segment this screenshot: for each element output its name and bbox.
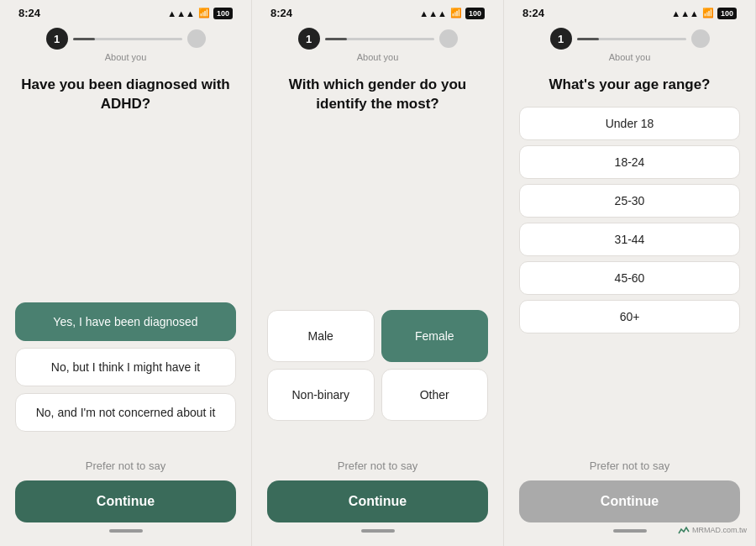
age-under18[interactable]: Under 18 bbox=[519, 107, 740, 140]
progress-label-3: About you bbox=[609, 52, 651, 62]
status-icons-3: ▲▲▲ 📶 100 bbox=[671, 8, 737, 19]
mrmad-logo-icon bbox=[678, 526, 690, 534]
age-25-30[interactable]: 25-30 bbox=[519, 184, 740, 218]
watermark: MRMAD.com.tw bbox=[678, 526, 747, 534]
spacer-1 bbox=[15, 123, 236, 288]
question-2: With which gender do you identify the mo… bbox=[267, 76, 488, 114]
progress-area-2: 1 About you bbox=[267, 23, 488, 66]
progress-track-1 bbox=[73, 38, 182, 40]
status-bar-3: 8:24 ▲▲▲ 📶 100 bbox=[519, 0, 740, 23]
continue-btn-3: Continue bbox=[519, 480, 740, 522]
question-1: Have you been diagnosed with ADHD? bbox=[15, 76, 236, 114]
progress-row-2: 1 bbox=[267, 28, 488, 50]
home-indicator-3 bbox=[613, 529, 647, 533]
signal-icon-2: ▲▲▲ bbox=[419, 8, 447, 18]
gender-male[interactable]: Male bbox=[267, 310, 375, 362]
signal-icon-3: ▲▲▲ bbox=[671, 8, 699, 18]
wifi-icon-3: 📶 bbox=[702, 8, 714, 18]
wifi-icon-1: 📶 bbox=[198, 8, 210, 18]
spacer-2 bbox=[267, 123, 488, 285]
continue-btn-1[interactable]: Continue bbox=[15, 480, 236, 522]
status-time-1: 8:24 bbox=[18, 7, 40, 19]
options-area-1: Yes, I have been diagnosed No, but I thi… bbox=[15, 287, 236, 453]
progress-row-1: 1 bbox=[15, 28, 236, 50]
gender-grid: Male Female Non-binary Other bbox=[267, 284, 488, 446]
progress-fill-3 bbox=[577, 38, 599, 40]
progress-area-3: 1 About you bbox=[519, 23, 740, 66]
screen-age: 8:24 ▲▲▲ 📶 100 1 About you What's your a… bbox=[504, 0, 756, 546]
age-60plus[interactable]: 60+ bbox=[519, 300, 740, 333]
home-indicator-1 bbox=[109, 529, 143, 533]
option-not-concerned[interactable]: No, and I'm not concerned about it bbox=[15, 393, 236, 432]
step-circle-end-2 bbox=[439, 29, 458, 48]
progress-row-3: 1 bbox=[519, 28, 740, 50]
question-3: What's your age range? bbox=[519, 76, 740, 95]
step-circle-1: 1 bbox=[46, 28, 68, 50]
continue-btn-2[interactable]: Continue bbox=[267, 480, 488, 522]
progress-fill-1 bbox=[73, 38, 95, 40]
status-icons-2: ▲▲▲ 📶 100 bbox=[419, 8, 485, 19]
option-diagnosed[interactable]: Yes, I have been diagnosed bbox=[15, 302, 236, 341]
screen-gender: 8:24 ▲▲▲ 📶 100 1 About you With which ge… bbox=[252, 0, 504, 546]
age-31-44[interactable]: 31-44 bbox=[519, 223, 740, 256]
status-time-2: 8:24 bbox=[270, 7, 292, 19]
status-time-3: 8:24 bbox=[522, 7, 544, 19]
age-options: Under 18 18-24 25-30 31-44 45-60 60+ bbox=[519, 107, 740, 453]
progress-label-1: About you bbox=[105, 52, 147, 62]
step-circle-2: 1 bbox=[298, 28, 320, 50]
status-bar-2: 8:24 ▲▲▲ 📶 100 bbox=[267, 0, 488, 23]
step-circle-end-1 bbox=[187, 29, 206, 48]
gender-female[interactable]: Female bbox=[381, 310, 489, 362]
age-18-24[interactable]: 18-24 bbox=[519, 145, 740, 179]
progress-label-2: About you bbox=[357, 52, 399, 62]
progress-track-2 bbox=[325, 38, 434, 40]
wifi-icon-2: 📶 bbox=[450, 8, 462, 18]
signal-icon-1: ▲▲▲ bbox=[167, 8, 195, 18]
battery-icon-3: 100 bbox=[717, 8, 737, 19]
step-circle-end-3 bbox=[691, 29, 710, 48]
prefer-not-to-say-2[interactable]: Prefer not to say bbox=[267, 459, 488, 472]
gender-nonbinary[interactable]: Non-binary bbox=[267, 369, 375, 421]
battery-icon-2: 100 bbox=[465, 8, 485, 19]
status-icons-1: ▲▲▲ 📶 100 bbox=[167, 8, 233, 19]
status-bar-1: 8:24 ▲▲▲ 📶 100 bbox=[15, 0, 236, 23]
option-might-have[interactable]: No, but I think I might have it bbox=[15, 348, 236, 386]
step-circle-3: 1 bbox=[550, 28, 572, 50]
battery-icon-1: 100 bbox=[213, 8, 233, 19]
progress-area-1: 1 About you bbox=[15, 23, 236, 66]
home-indicator-2 bbox=[361, 529, 395, 533]
prefer-not-to-say-3[interactable]: Prefer not to say bbox=[519, 459, 740, 472]
age-45-60[interactable]: 45-60 bbox=[519, 261, 740, 295]
gender-other[interactable]: Other bbox=[381, 369, 489, 421]
progress-track-3 bbox=[577, 38, 686, 40]
progress-fill-2 bbox=[325, 38, 347, 40]
prefer-not-to-say-1[interactable]: Prefer not to say bbox=[15, 459, 236, 472]
screen-adhd: 8:24 ▲▲▲ 📶 100 1 About you Have you been… bbox=[0, 0, 252, 546]
